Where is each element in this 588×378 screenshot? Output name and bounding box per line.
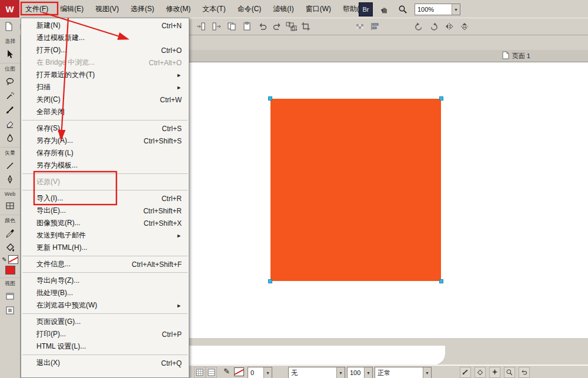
- menu-separator: [22, 313, 188, 314]
- menu-item-file-info[interactable]: 文件信息...Ctrl+Alt+Shift+F: [21, 258, 189, 270]
- selected-orange-rectangle[interactable]: [270, 99, 441, 281]
- props-grid-icon[interactable]: [194, 367, 205, 378]
- menubar-commands[interactable]: 命令(C): [232, 0, 268, 18]
- stroke-color-well[interactable]: [8, 255, 18, 264]
- fill-panel-icon[interactable]: [475, 367, 486, 378]
- menu-item-open[interactable]: 打开(O)...Ctrl+O: [21, 44, 189, 56]
- menu-item-update-html[interactable]: 更新 HTML(H)...: [21, 242, 189, 254]
- menu-item-label: 保存(S): [36, 123, 60, 133]
- selection-handle-top-left[interactable]: [268, 96, 272, 101]
- menubar-edit[interactable]: 编辑(E): [54, 0, 89, 18]
- menu-item-shortcut: Ctrl+W: [160, 96, 182, 104]
- menu-item-save-as[interactable]: 另存为(A)...Ctrl+Shift+S: [21, 135, 189, 147]
- menu-item-close[interactable]: 关闭(C)Ctrl+W: [21, 93, 189, 106]
- transparency-icon[interactable]: [353, 19, 367, 34]
- selection-handle-top-right[interactable]: [439, 96, 443, 101]
- import-icon[interactable]: [194, 19, 208, 34]
- menu-item-open-recent[interactable]: 打开最近的文件(T)►: [21, 69, 189, 81]
- tip-size-input[interactable]: 0 ▼: [248, 367, 272, 378]
- eraser-tool-icon[interactable]: [3, 118, 17, 130]
- magic-wand-tool-icon[interactable]: [3, 89, 17, 102]
- menu-item-print[interactable]: 打印(P)...Ctrl+P: [21, 328, 189, 340]
- menubar-modify[interactable]: 修改(M): [160, 0, 196, 18]
- menubar-select[interactable]: 选择(S): [125, 0, 160, 18]
- menu-item-export[interactable]: 导出(E)...Ctrl+Shift+R: [21, 205, 189, 217]
- props-rows-icon[interactable]: [206, 367, 217, 378]
- bridge-button[interactable]: Br: [359, 2, 373, 16]
- edge-select[interactable]: 无 ▼: [288, 367, 345, 378]
- undo-icon[interactable]: [255, 19, 269, 34]
- menubar-view[interactable]: 视图(V): [89, 0, 125, 18]
- menu-item-save-all[interactable]: 保存所有(L): [21, 147, 189, 159]
- menu-item-page-setup[interactable]: 页面设置(G)...: [21, 316, 189, 328]
- crop-tool-icon[interactable]: [299, 19, 313, 34]
- menu-item-browse-in-bridge: 在 Bridge 中浏览...Ctrl+Alt+O: [21, 56, 189, 69]
- blur-tool-icon[interactable]: [3, 132, 17, 144]
- chevron-down-icon[interactable]: ▼: [364, 367, 372, 378]
- hand-tool-icon[interactable]: [378, 3, 391, 16]
- chevron-down-icon[interactable]: ▼: [336, 367, 345, 378]
- menubar-window[interactable]: 窗口(W): [300, 0, 337, 18]
- paste-icon[interactable]: [240, 19, 254, 34]
- slice-tool-icon[interactable]: [3, 199, 17, 212]
- redo-icon[interactable]: [270, 19, 285, 34]
- export-icon[interactable]: [209, 19, 223, 34]
- page-tab-label[interactable]: 页面 1: [512, 52, 530, 61]
- rotate-ccw-icon[interactable]: [412, 19, 426, 34]
- pen-tool-icon[interactable]: [3, 173, 17, 186]
- tools-panel: 选择 位图 矢量 Web 颜色: [0, 35, 21, 378]
- menu-item-label: 图像预览(R)...: [36, 218, 81, 228]
- menu-item-batch-process[interactable]: 批处理(B)...: [21, 287, 189, 299]
- standard-screen-mode-icon[interactable]: [3, 290, 17, 302]
- zoom-tool-icon[interactable]: [396, 3, 409, 16]
- flip-horizontal-icon[interactable]: [442, 19, 456, 34]
- align-icon[interactable]: [368, 19, 382, 34]
- menu-item-exit[interactable]: 退出(X)Ctrl+Q: [21, 357, 189, 369]
- app-logo-icon[interactable]: W: [0, 0, 19, 18]
- ungroup-icon[interactable]: [283, 19, 298, 34]
- full-screen-mode-icon[interactable]: [3, 304, 17, 316]
- flip-vertical-icon[interactable]: [457, 19, 472, 34]
- pointer-tool-icon[interactable]: [3, 48, 17, 60]
- line-tool-icon[interactable]: [3, 159, 17, 172]
- menu-item-export-wizard[interactable]: 导出向导(Z)...: [21, 275, 189, 287]
- opacity-input[interactable]: 100 ▼: [347, 367, 373, 378]
- chevron-down-icon[interactable]: ▼: [423, 367, 431, 378]
- menu-item-new-from-template[interactable]: 通过模板新建...: [21, 32, 189, 44]
- brush-tool-icon[interactable]: [3, 103, 17, 116]
- lasso-tool-icon[interactable]: [3, 75, 17, 88]
- stroke-color-box[interactable]: [234, 367, 244, 376]
- eyedropper-tool-icon[interactable]: [3, 227, 17, 239]
- menubar-filters[interactable]: 滤镜(I): [267, 0, 299, 18]
- menubar-text[interactable]: 文本(T): [196, 0, 231, 18]
- menu-item-html-setup[interactable]: HTML 设置(L)...: [21, 340, 189, 353]
- chevron-down-icon[interactable]: ▼: [452, 4, 460, 15]
- zoom-level-select[interactable]: 100% ▼: [415, 4, 460, 15]
- selection-handle-bottom-left[interactable]: [268, 279, 272, 283]
- stroke-panel-icon[interactable]: [460, 367, 471, 378]
- selection-handle-bottom-right[interactable]: [439, 279, 443, 283]
- menu-item-save[interactable]: 保存(S)Ctrl+S: [21, 122, 189, 135]
- menu-item-scan[interactable]: 扫描►: [21, 81, 189, 93]
- stroke-color-row: ✎: [2, 255, 18, 264]
- menu-item-import[interactable]: 导入(I)...Ctrl+R: [21, 192, 189, 205]
- copy-icon[interactable]: [225, 19, 239, 34]
- blend-mode-select[interactable]: 正常 ▼: [375, 367, 432, 378]
- menu-item-preview-in-browser[interactable]: 在浏览器中预览(W)►: [21, 299, 189, 312]
- fill-color-well[interactable]: [5, 266, 15, 275]
- props-right-buttons: [460, 367, 530, 378]
- menu-item-close-all[interactable]: 全部关闭: [21, 106, 189, 118]
- menu-item-new[interactable]: 新建(N)Ctrl+N: [21, 19, 189, 32]
- new-document-icon[interactable]: [2, 19, 16, 34]
- optimize-panel-icon[interactable]: [504, 367, 515, 378]
- rotate-cw-icon[interactable]: [427, 19, 441, 34]
- chevron-down-icon[interactable]: ▼: [263, 367, 272, 378]
- menu-item-send-to-email[interactable]: 发送到电子邮件►: [21, 229, 189, 242]
- history-panel-icon[interactable]: [519, 367, 530, 378]
- menu-item-label: 打开(O)...: [36, 45, 66, 55]
- menubar-file[interactable]: 文件(F): [19, 0, 54, 18]
- menu-item-image-preview[interactable]: 图像预览(R)...Ctrl+Shift+X: [21, 217, 189, 229]
- effects-panel-icon[interactable]: [489, 367, 500, 378]
- menu-item-save-as-template[interactable]: 另存为模板...: [21, 159, 189, 172]
- paint-bucket-tool-icon[interactable]: [3, 241, 17, 253]
